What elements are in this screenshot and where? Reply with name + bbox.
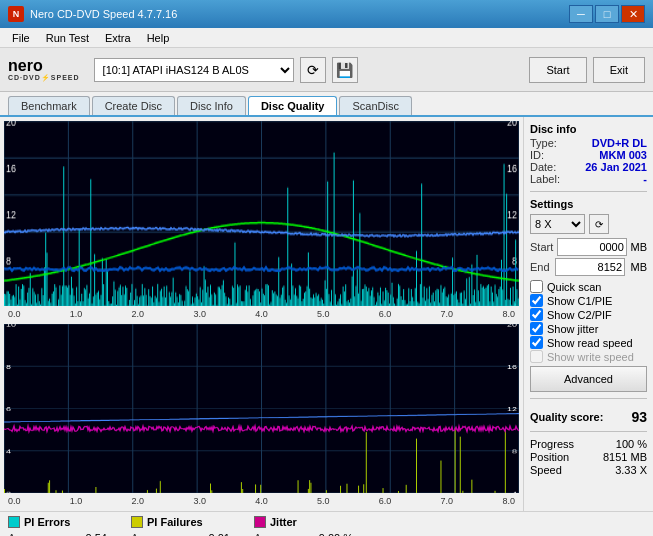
- show-read-checkbox[interactable]: [530, 336, 543, 349]
- bottom-x-axis: 0.0 1.0 2.0 3.0 4.0 5.0 6.0 7.0 8.0: [4, 495, 519, 507]
- show-jitter-label: Show jitter: [547, 323, 598, 335]
- jitter-avg-label: Average:: [254, 532, 309, 536]
- tabs: Benchmark Create Disc Disc Info Disc Qua…: [0, 92, 653, 117]
- tab-create-disc[interactable]: Create Disc: [92, 96, 175, 115]
- close-button[interactable]: ✕: [621, 5, 645, 23]
- divider-1: [530, 191, 647, 192]
- pi-errors-avg-value: 0.54: [67, 532, 107, 536]
- disc-label-label: Label:: [530, 173, 560, 185]
- jitter-avg-value: 9.00 %: [313, 532, 353, 536]
- quick-scan-label: Quick scan: [547, 281, 601, 293]
- maximize-button[interactable]: □: [595, 5, 619, 23]
- main-content: 0.0 1.0 2.0 3.0 4.0 5.0 6.0 7.0 8.0 0.0 …: [0, 117, 653, 511]
- id-value: MKM 003: [599, 149, 647, 161]
- speed-value: 3.33 X: [615, 464, 647, 476]
- jitter-legend-label: Jitter: [270, 516, 297, 528]
- progress-value: 100 %: [616, 438, 647, 450]
- disc-label-value: -: [643, 173, 647, 185]
- quick-scan-checkbox[interactable]: [530, 280, 543, 293]
- advanced-button[interactable]: Advanced: [530, 366, 647, 392]
- bottom-chart-canvas: [4, 324, 519, 493]
- date-value: 26 Jan 2021: [585, 161, 647, 173]
- refresh-button[interactable]: ⟳: [300, 57, 326, 83]
- disc-info-title: Disc info: [530, 123, 647, 135]
- show-write-checkbox[interactable]: [530, 350, 543, 363]
- show-c1pie-label: Show C1/PIE: [547, 295, 612, 307]
- show-jitter-checkbox[interactable]: [530, 322, 543, 335]
- position-label: Position: [530, 451, 569, 463]
- start-mb-label: Start: [530, 241, 553, 253]
- pi-failures-avg-label: Average:: [131, 532, 186, 536]
- progress-label: Progress: [530, 438, 574, 450]
- top-x-axis: 0.0 1.0 2.0 3.0 4.0 5.0 6.0 7.0 8.0: [4, 308, 519, 320]
- toolbar: nero CD·DVD⚡SPEED [10:1] ATAPI iHAS124 B…: [0, 48, 653, 92]
- pi-errors-group: PI Errors Average: 0.54 Maximum: 12 Tota…: [8, 516, 107, 536]
- type-value: DVD+R DL: [592, 137, 647, 149]
- menu-run-test[interactable]: Run Test: [38, 30, 97, 46]
- pi-errors-legend-box: [8, 516, 20, 528]
- tab-disc-quality[interactable]: Disc Quality: [248, 96, 338, 115]
- disc-info-section: Disc info Type: DVD+R DL ID: MKM 003 Dat…: [530, 123, 647, 185]
- nero-subtitle: CD·DVD⚡SPEED: [8, 74, 80, 82]
- end-mb-unit: MB: [630, 261, 647, 273]
- minimize-button[interactable]: ─: [569, 5, 593, 23]
- start-mb-unit: MB: [630, 241, 647, 253]
- divider-2: [530, 398, 647, 399]
- show-read-label: Show read speed: [547, 337, 633, 349]
- save-button[interactable]: 💾: [332, 57, 358, 83]
- start-button[interactable]: Start: [529, 57, 586, 83]
- tab-disc-info[interactable]: Disc Info: [177, 96, 246, 115]
- position-value: 8151 MB: [603, 451, 647, 463]
- exit-button[interactable]: Exit: [593, 57, 645, 83]
- jitter-legend-box: [254, 516, 266, 528]
- window-title: Nero CD-DVD Speed 4.7.7.16: [30, 8, 177, 20]
- app-icon: N: [8, 6, 24, 22]
- show-c2pif-checkbox[interactable]: [530, 308, 543, 321]
- divider-3: [530, 431, 647, 432]
- nero-logo: nero CD·DVD⚡SPEED: [8, 58, 80, 82]
- right-panel: Disc info Type: DVD+R DL ID: MKM 003 Dat…: [523, 117, 653, 511]
- title-bar: N Nero CD-DVD Speed 4.7.7.16 ─ □ ✕: [0, 0, 653, 28]
- show-c1pie-checkbox[interactable]: [530, 294, 543, 307]
- quality-score-row: Quality score: 93: [530, 409, 647, 425]
- end-mb-label: End: [530, 261, 550, 273]
- progress-info: Progress 100 % Position 8151 MB Speed 3.…: [530, 438, 647, 476]
- id-label: ID:: [530, 149, 544, 161]
- menu-file[interactable]: File: [4, 30, 38, 46]
- tab-scandisc[interactable]: ScanDisc: [339, 96, 411, 115]
- pi-failures-group: PI Failures Average: 0.01 Maximum: 3 Tot…: [131, 516, 230, 536]
- menu-bar: File Run Test Extra Help: [0, 28, 653, 48]
- date-label: Date:: [530, 161, 556, 173]
- menu-extra[interactable]: Extra: [97, 30, 139, 46]
- pi-failures-legend-box: [131, 516, 143, 528]
- type-label: Type:: [530, 137, 557, 149]
- show-write-label: Show write speed: [547, 351, 634, 363]
- quality-score-value: 93: [631, 409, 647, 425]
- pi-failures-avg-value: 0.01: [190, 532, 230, 536]
- jitter-group: Jitter Average: 9.00 % Maximum: 10.7 % P…: [254, 516, 355, 536]
- pi-errors-legend-label: PI Errors: [24, 516, 70, 528]
- speed-label: Speed: [530, 464, 562, 476]
- speed-refresh-icon[interactable]: ⟳: [589, 214, 609, 234]
- settings-section: Settings 8 X 4 X 6 X 12 X Max ⟳ Start MB…: [530, 198, 647, 392]
- end-input[interactable]: [555, 258, 625, 276]
- stats-bar: PI Errors Average: 0.54 Maximum: 12 Tota…: [0, 511, 653, 536]
- show-c2pif-label: Show C2/PIF: [547, 309, 612, 321]
- start-input[interactable]: [557, 238, 627, 256]
- settings-title: Settings: [530, 198, 647, 210]
- speed-select[interactable]: 8 X 4 X 6 X 12 X Max: [530, 214, 585, 234]
- top-chart-canvas: [4, 121, 519, 306]
- nero-brand: nero: [8, 58, 43, 74]
- quality-score-label: Quality score:: [530, 411, 603, 423]
- pi-errors-avg-label: Average:: [8, 532, 63, 536]
- tab-benchmark[interactable]: Benchmark: [8, 96, 90, 115]
- drive-select[interactable]: [10:1] ATAPI iHAS124 B AL0S: [94, 58, 294, 82]
- menu-help[interactable]: Help: [139, 30, 178, 46]
- chart-area: 0.0 1.0 2.0 3.0 4.0 5.0 6.0 7.0 8.0 0.0 …: [0, 117, 523, 511]
- pi-failures-legend-label: PI Failures: [147, 516, 203, 528]
